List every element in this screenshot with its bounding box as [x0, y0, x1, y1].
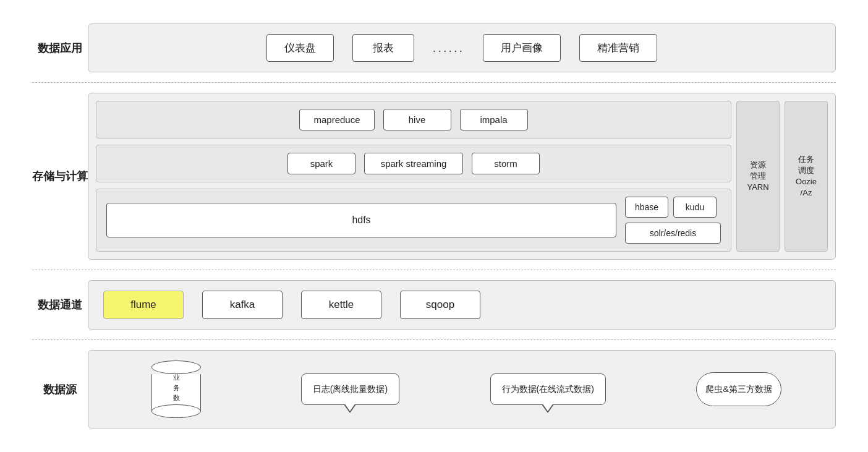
channel-sqoop: sqoop [400, 291, 480, 319]
content-data-app: 仪表盘 报表 ...... 用户画像 精准营销 [88, 23, 836, 72]
app-item-user-portrait: 用户画像 [483, 34, 561, 62]
source-behavior: 行为数据(在线流式数据) [490, 373, 606, 405]
right-cluster: hbase kudu solr/es/redis [625, 197, 721, 244]
storage-hdfs: hdfs [106, 203, 616, 237]
storage-row-hdfs: hdfs hbase kudu solr/es/redis [96, 189, 731, 252]
channel-kafka: kafka [202, 291, 283, 319]
channel-box: flume kafka kettle sqoop [88, 280, 836, 330]
storage-spark-streaming: spark streaming [364, 153, 463, 174]
storage-main: mapreduce hive impala spark spark stream… [96, 101, 731, 252]
storage-impala: impala [460, 109, 528, 130]
yarn-label: 资源管理YARN [747, 160, 768, 194]
label-channel: 数据通道 [32, 280, 88, 330]
storage-hive: hive [383, 109, 451, 130]
app-item-marketing: 精准营销 [579, 34, 657, 62]
channel-flume: flume [103, 291, 184, 319]
side-panel-yarn: 资源管理YARN [736, 101, 780, 252]
source-log: 日志(离线批量数据) [301, 373, 399, 405]
storage-row2: spark spark streaming storm [96, 145, 731, 182]
storage-storm: storm [472, 153, 540, 174]
data-app-box: 仪表盘 报表 ...... 用户画像 精准营销 [88, 23, 836, 72]
cyl-bottom [151, 404, 201, 418]
cluster-kudu: kudu [673, 197, 717, 218]
layer-data-app: 数据应用 仪表盘 报表 ...... 用户画像 精准营销 [32, 14, 836, 83]
source-box: 业务数据 日志(离线批量数据) 行为数据(在线流式数据) 爬虫&第三方数据 [88, 350, 836, 429]
source-db: 业务数据 [142, 360, 210, 418]
cluster-hbase: hbase [625, 197, 668, 218]
storage-row1: mapreduce hive impala [96, 101, 731, 139]
source-crawler: 爬虫&第三方数据 [696, 372, 781, 406]
label-storage: 存储与计算 [32, 93, 88, 260]
app-item-report: 报表 [352, 34, 414, 62]
label-source: 数据源 [32, 350, 88, 429]
content-source: 业务数据 日志(离线批量数据) 行为数据(在线流式数据) 爬虫&第三方数据 [88, 350, 836, 429]
layer-storage: 存储与计算 mapreduce hive impala spark spark … [32, 83, 836, 270]
cluster-row1: hbase kudu [625, 197, 721, 218]
side-panels: 资源管理YARN 任务调度Oozie/Az [736, 101, 828, 252]
cluster-row2: solr/es/redis [625, 223, 721, 244]
channel-kettle: kettle [301, 291, 381, 319]
content-storage: mapreduce hive impala spark spark stream… [88, 93, 836, 260]
label-data-app: 数据应用 [32, 23, 88, 72]
architecture-diagram: 数据应用 仪表盘 报表 ...... 用户画像 精准营销 存储与计算 mapre… [26, 1, 842, 451]
layer-channel: 数据通道 flume kafka kettle sqoop [32, 270, 836, 340]
content-channel: flume kafka kettle sqoop [88, 280, 836, 330]
app-item-dashboard: 仪表盘 [266, 34, 334, 62]
storage-outer-box: mapreduce hive impala spark spark stream… [88, 93, 836, 260]
oozie-label: 任务调度Oozie/Az [796, 154, 817, 199]
app-dots: ...... [433, 41, 464, 55]
side-panel-oozie: 任务调度Oozie/Az [785, 101, 828, 252]
storage-spark: spark [287, 153, 355, 174]
cluster-solr: solr/es/redis [625, 223, 721, 244]
layer-source: 数据源 业务数据 日志(离线批量数据) 行为数据(在线流式数据) 爬虫&第三方数… [32, 340, 836, 438]
storage-mapreduce: mapreduce [299, 109, 374, 130]
